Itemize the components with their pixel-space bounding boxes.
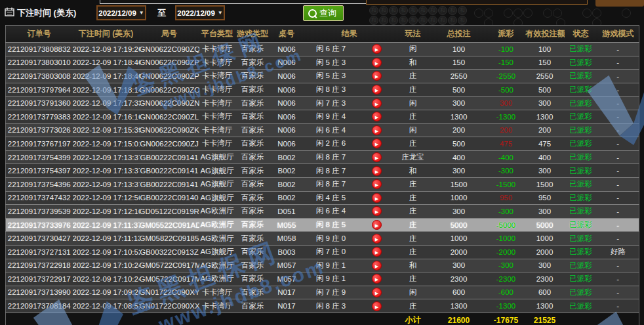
play-video-icon[interactable]: ▶: [372, 85, 382, 95]
play-video-icon[interactable]: ▶: [372, 125, 382, 135]
game-type-cell: 百家乐: [235, 218, 270, 232]
round-cell: GN00622C090ZK: [140, 123, 199, 137]
play-video-icon[interactable]: ▶: [372, 274, 382, 284]
platform-cell: 卡卡湾厅: [199, 286, 235, 299]
play-video-icon[interactable]: ▶: [372, 220, 382, 230]
play-video-icon[interactable]: ▶: [372, 71, 382, 81]
order-cell: 221209173767197: [6, 137, 73, 151]
play-icon-cell: ▶: [359, 97, 395, 110]
play-video-icon[interactable]: ▶: [372, 193, 382, 203]
status-cell: 已派彩: [565, 150, 597, 164]
play-video-icon[interactable]: ▶: [372, 247, 382, 257]
subtotal-row: 小计 21600 -17675 21525: [6, 313, 639, 325]
play-video-icon[interactable]: ▶: [372, 139, 382, 148]
round-cell: GN00622C090ZP: [140, 70, 199, 83]
game-type-cell: 百家乐: [235, 150, 270, 164]
play-icon-cell: ▶: [359, 56, 395, 70]
total-bet-cell: 1000: [431, 232, 487, 246]
platform-cell: AG旗舰厅: [199, 245, 235, 259]
play-video-icon[interactable]: ▶: [372, 179, 382, 189]
table-row[interactable]: 2212091737229172022-12-09 17:10:24GM0572…: [6, 272, 639, 286]
status-cell: 已派彩: [565, 218, 597, 232]
valid-bet-cell: 1300: [525, 299, 565, 313]
table-row[interactable]: 2212091737081842022-12-09 17:08:51GN0172…: [6, 299, 639, 313]
bet-time-cell: 2022-12-09 17:12:10: [73, 205, 140, 219]
table-row[interactable]: 2212091737395392022-12-09 17:12:10GD0512…: [6, 205, 639, 219]
table-row[interactable]: 2212091738088322022-12-09 17:19:26GN0062…: [6, 43, 639, 56]
play-video-icon[interactable]: ▶: [372, 112, 382, 121]
table-no-cell: M055: [270, 218, 304, 232]
date-to-select[interactable]: 2022/12/09 ▼: [175, 5, 225, 20]
valid-bet-cell: 100: [525, 43, 565, 56]
table-row[interactable]: 2212091737543972022-12-09 17:13:37GB0022…: [6, 164, 639, 178]
mode-cell: -: [597, 259, 639, 272]
table-no-cell: B002: [270, 164, 304, 178]
table-no-cell: B002: [270, 150, 304, 164]
payout-cell: -1000: [487, 232, 525, 246]
search-button[interactable]: 查询: [303, 5, 344, 21]
round-cell: GM05822C09185: [140, 232, 199, 246]
play-video-icon[interactable]: ▶: [372, 58, 382, 68]
play-video-icon[interactable]: ▶: [372, 261, 382, 271]
platform-cell: 卡卡湾厅: [199, 56, 235, 70]
magnifier-icon: [308, 9, 317, 18]
subtotal-label: 小计: [395, 313, 431, 325]
result-cell: 闲 7 庄 0: [304, 245, 359, 259]
mode-cell: -: [597, 70, 639, 83]
total-bet-cell: 300: [431, 259, 487, 272]
table-row[interactable]: 2212091738030102022-12-09 17:18:46GN0062…: [6, 56, 639, 70]
round-cell: GN00622C090ZL: [140, 110, 199, 123]
game-type-cell: 百家乐: [235, 70, 270, 83]
total-bet-cell: 5000: [431, 218, 487, 232]
play-video-icon[interactable]: ▶: [372, 301, 382, 311]
status-cell: 已派彩: [565, 299, 597, 313]
payout-cell: -1500: [487, 177, 525, 191]
payout-cell: -400: [487, 150, 525, 164]
play-video-icon[interactable]: ▶: [372, 234, 382, 244]
play-type-cell: 闲: [395, 123, 431, 137]
table-row[interactable]: 2212091737793832022-12-09 17:16:16GN0062…: [6, 110, 639, 123]
table-row[interactable]: 2212091737304272022-12-09 17:11:13GM0582…: [6, 232, 639, 246]
table-row[interactable]: 2212091737474322022-12-09 17:12:56GB0022…: [6, 191, 639, 205]
play-video-icon[interactable]: ▶: [372, 166, 382, 176]
order-cell: 221209173722918: [6, 259, 73, 272]
table-row[interactable]: 2212091737730262022-12-09 17:15:39GN0062…: [6, 123, 639, 137]
play-video-icon[interactable]: ▶: [372, 206, 382, 216]
play-video-icon[interactable]: ▶: [372, 288, 382, 297]
status-cell: 已派彩: [565, 205, 597, 219]
table-row[interactable]: 2212091738030082022-12-09 17:18:46GN0062…: [6, 70, 639, 83]
table-row[interactable]: 2212091737339762022-12-09 17:11:37GM0552…: [6, 218, 639, 232]
subtotal-total-bet: 21600: [431, 313, 487, 325]
play-icon-cell: ▶: [359, 299, 395, 313]
status-cell: 已派彩: [565, 259, 597, 272]
table-row[interactable]: 2212091737229182022-12-09 17:10:24GM0572…: [6, 259, 639, 272]
total-bet-cell: 500: [431, 137, 487, 151]
play-type-cell: 庄龙宝: [395, 150, 431, 164]
status-cell: 已派彩: [565, 232, 597, 246]
play-icon-cell: ▶: [359, 43, 395, 56]
order-cell: 221209173730427: [6, 232, 73, 246]
play-icon-cell: ▶: [359, 232, 395, 246]
platform-cell: 卡卡湾厅: [199, 70, 235, 83]
table-row[interactable]: 2212091737543992022-12-09 17:13:37GB0022…: [6, 150, 639, 164]
play-video-icon[interactable]: ▶: [372, 98, 382, 108]
table-row[interactable]: 2212091737139902022-12-09 17:09:26GN0172…: [6, 286, 639, 299]
payout-cell: 950: [487, 191, 525, 205]
valid-bet-cell: 1500: [525, 177, 565, 191]
result-cell: 闲 8 庄 7: [304, 177, 359, 191]
table-no-cell: N006: [270, 83, 304, 97]
table-row[interactable]: 2212091737271312022-12-09 17:10:52GB0032…: [6, 245, 639, 259]
play-type-cell: 和: [395, 56, 431, 70]
result-cell: 闲 2 庄 6: [304, 137, 359, 151]
play-video-icon[interactable]: ▶: [372, 44, 382, 54]
table-row[interactable]: 2212091737543962022-12-09 17:13:37GB0022…: [6, 177, 639, 191]
play-type-cell: 庄: [395, 70, 431, 83]
total-bet-cell: 100: [431, 43, 487, 56]
table-row[interactable]: 2212091737979642022-12-09 17:18:14GN0062…: [6, 83, 639, 97]
bet-time-cell: 2022-12-09 17:17:33: [73, 97, 140, 110]
date-from-select[interactable]: 2022/12/09 ▼: [96, 5, 146, 20]
table-row[interactable]: 2212091737671972022-12-09 17:15:01GN0062…: [6, 137, 639, 151]
play-video-icon[interactable]: ▶: [372, 152, 382, 162]
play-type-cell: 闲: [395, 43, 431, 56]
table-row[interactable]: 2212091737913602022-12-09 17:17:33GN0062…: [6, 97, 639, 110]
